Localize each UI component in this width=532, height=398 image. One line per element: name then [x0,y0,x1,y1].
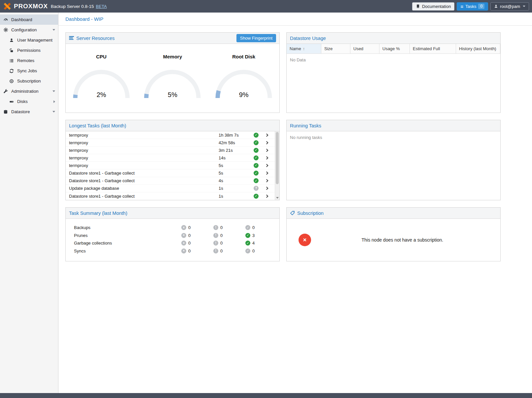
scrollbar-down-arrow-icon[interactable] [276,197,279,199]
task-summary-row: Garbage collections × 0 ! 0 ✓ 4 [74,239,279,247]
chevron-right-icon[interactable] [265,133,268,137]
sidebar-item-datastore[interactable]: Datastore [0,107,58,117]
task-row[interactable]: Datastore store1 - Garbage collect 1s ✓ [66,192,275,200]
times-circle-icon: × [181,225,186,230]
sidebar-item-label: Subscription [17,79,41,83]
user-menu-button[interactable]: root@pam [490,2,529,11]
task-row[interactable]: termproxy 1h 38m 7s ✓ [66,131,275,139]
sidebar-item-configuration[interactable]: Configuration [0,25,58,35]
sidebar-item-label: Remotes [17,58,34,63]
database-icon [3,110,8,114]
subscription-message: This node does not have a subscription. [311,237,494,243]
sidebar-item-disks[interactable]: Disks [0,96,58,107]
task-row[interactable]: Datastore store1 - Garbage collect 4s ✓ [66,177,275,185]
datastore-usage-panel: Datastore Usage Name Size Used Usage % E… [286,32,501,113]
chevron-right-icon[interactable] [265,172,268,175]
panel-title: Subscription [297,211,324,216]
longest-tasks-header: Longest Tasks (last Month) [66,120,279,131]
tasks-label: Tasks [465,4,476,9]
panel-title: Server Resources [76,36,115,41]
documentation-button[interactable]: Documentation [412,2,454,11]
column-header-usage-pct[interactable]: Usage % [379,44,410,54]
wrench-icon [3,89,8,94]
chevron-down-icon [523,6,525,7]
sidebar-item-label: Dashboard [11,17,32,22]
summary-error-count: 0 [188,241,191,246]
task-row[interactable]: Update package database 1s ? [66,185,275,192]
column-header-used[interactable]: Used [350,44,379,54]
running-tasks-header: Running Tasks [287,120,500,131]
sidebar-item-label: User Management [17,38,53,43]
column-header-estimated-full[interactable]: Estimated Full [410,44,456,54]
panel-title: Task Summary (last Month) [69,211,127,216]
summary-warning-count: 0 [220,249,223,253]
summary-warning-count: 0 [220,241,223,246]
column-header-name[interactable]: Name [287,44,321,54]
proxmox-logo-x-icon [3,2,12,10]
task-status-icon: ? [254,186,259,191]
task-name: Datastore store1 - Garbage collect [69,194,219,199]
chevron-right-icon[interactable] [265,164,268,167]
summary-ok-count: 4 [252,241,255,246]
task-status-icon: ✓ [254,155,259,160]
sidebar-item-user-management[interactable]: User Management [0,35,58,45]
chevron-right-icon[interactable] [265,194,268,198]
brand: PROXMOX [3,2,48,10]
brand-name: PROXMOX [14,3,48,10]
sidebar-item-permissions[interactable]: Permissions [0,45,58,55]
chevron-down-icon[interactable] [53,90,55,92]
task-duration: 42m 58s [219,140,254,145]
sidebar: Dashboard [0,13,58,393]
sidebar-item-dashboard[interactable]: Dashboard [0,15,58,25]
beta-link[interactable]: BETA [96,4,107,9]
chevron-right-icon[interactable] [265,187,268,190]
task-name: Update package database [69,186,219,191]
chevron-right-icon[interactable] [265,141,268,144]
column-header-size[interactable]: Size [321,44,350,54]
task-status-icon: ✓ [254,148,259,153]
task-duration: 3m 21s [219,148,254,153]
chevron-right-icon[interactable] [265,156,268,159]
documentation-label: Documentation [422,4,451,9]
content: Server Resources Show Fingerprint CPU [58,26,532,393]
user-icon [9,38,14,43]
task-row[interactable]: Datastore store1 - Garbage collect 5s ✓ [66,169,275,177]
task-row[interactable]: termproxy 14s ✓ [66,154,275,162]
chevron-right-icon[interactable] [53,100,55,103]
task-name: Datastore store1 - Garbage collect [69,171,219,176]
task-row[interactable]: termproxy 42m 58s ✓ [66,139,275,147]
unlock-icon [9,48,14,53]
sidebar-item-administration[interactable]: Administration [0,86,58,96]
summary-label: Syncs [74,249,181,253]
task-row[interactable]: termproxy 3m 21s ✓ [66,147,275,154]
scrollbar-thumb[interactable] [276,132,279,184]
column-header-history[interactable]: History (last Month) [456,44,500,54]
sidebar-item-subscription[interactable]: Subscription [0,76,58,86]
task-row[interactable]: termproxy 5s ✓ [66,162,275,169]
task-duration: 1h 38m 7s [219,133,254,138]
task-duration: 14s [219,155,254,160]
subscription-header: Subscription [287,208,500,219]
gauge-value: 5% [143,91,202,99]
datastore-usage-body: Name Size Used Usage % Estimated Full Hi… [287,44,500,113]
chevron-down-icon[interactable] [53,29,55,31]
task-summary-row: Backups × 0 ! 0 ✓ 0 [74,224,279,232]
sidebar-item-remotes[interactable]: Remotes [0,55,58,66]
check-circle-icon: ✓ [245,249,250,253]
server-resources-panel: Server Resources Show Fingerprint CPU [65,32,280,113]
app-window: PROXMOX Backup Server 0.8-15 BETA Docume… [0,0,532,398]
panel-title: Running Tasks [290,123,321,128]
chevron-right-icon[interactable] [265,179,268,182]
book-icon [416,4,420,9]
chevron-right-icon[interactable] [265,149,268,152]
check-circle-icon: ✓ [245,241,250,246]
sidebar-item-sync-jobs[interactable]: Sync Jobs [0,66,58,76]
server-resources-body: CPU 2% Memory [66,44,279,113]
tasks-button[interactable]: ≡ Tasks 0 [457,2,488,11]
gauge-value: 9% [214,91,273,99]
scrollbar[interactable] [275,131,279,200]
summary-label: Prunes [74,233,181,238]
summary-error-count: 0 [188,233,191,238]
chevron-down-icon[interactable] [53,111,55,113]
show-fingerprint-button[interactable]: Show Fingerprint [236,34,276,42]
